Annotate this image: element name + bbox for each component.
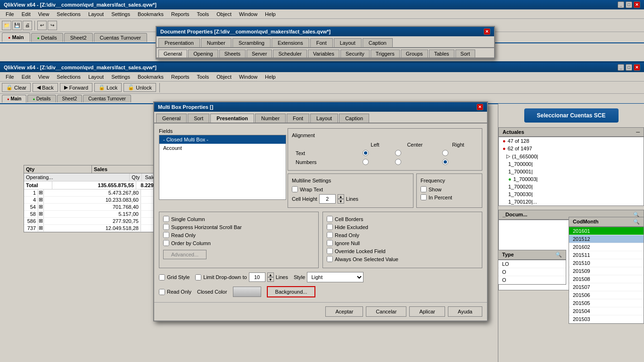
- doc-subtab-sheets[interactable]: Sheets: [219, 49, 246, 58]
- type-item-o2[interactable]: O: [498, 276, 566, 284]
- tab-cuentas[interactable]: Cuentas Turnover: [94, 33, 147, 42]
- always-one-cb[interactable]: [327, 256, 333, 262]
- menu-bookmarks-2[interactable]: Bookmarks: [134, 73, 167, 81]
- doc-subtab-tables[interactable]: Tables: [429, 49, 454, 58]
- lock-btn[interactable]: 🔒 Lock: [94, 83, 122, 92]
- codmonth-item-8[interactable]: 201506: [569, 291, 644, 299]
- forward-btn[interactable]: ▶ Forward: [60, 83, 92, 92]
- search-icon-type[interactable]: 🔍: [555, 252, 562, 258]
- doc-close-btn[interactable]: ✕: [484, 28, 490, 35]
- select-cuentas-btn[interactable]: Seleccionar Cuentas SCE: [524, 108, 619, 123]
- menu-tools[interactable]: Tools: [193, 10, 213, 18]
- tab-main[interactable]: ● Main: [2, 33, 30, 42]
- menu-edit-2[interactable]: Edit: [18, 73, 34, 81]
- ignore-null-cb[interactable]: [327, 240, 333, 246]
- radio-numbers-right[interactable]: [442, 159, 448, 165]
- background-btn[interactable]: Background...: [267, 286, 316, 297]
- menu-selections-2[interactable]: Selections: [53, 73, 84, 81]
- color-swatch[interactable]: [233, 287, 261, 297]
- td-text-left[interactable]: [359, 148, 392, 157]
- menu-object-2[interactable]: Object: [213, 73, 235, 81]
- radio-text-left[interactable]: [363, 150, 369, 156]
- minimize-btn[interactable]: _: [618, 1, 624, 8]
- minimize-btn-2[interactable]: _: [618, 64, 624, 71]
- tab-sheet2-2[interactable]: Sheet2: [57, 95, 83, 102]
- menu-layout[interactable]: Layout: [84, 10, 107, 18]
- menu-selections[interactable]: Selections: [53, 10, 84, 18]
- back-btn[interactable]: ◀ Back: [33, 83, 58, 92]
- menu-window[interactable]: Window: [235, 10, 261, 18]
- doc-tab-presentation[interactable]: Presentation: [158, 38, 200, 47]
- tab-main-2[interactable]: ● Main: [2, 95, 26, 103]
- cell-borders-cb[interactable]: [327, 216, 333, 222]
- codmonth-item-6[interactable]: 201508: [569, 275, 644, 283]
- close-btn[interactable]: ✕: [634, 1, 640, 8]
- cancel-btn[interactable]: Cancelar: [366, 306, 406, 317]
- menu-help-2[interactable]: Help: [261, 73, 280, 81]
- menu-bookmarks[interactable]: Bookmarks: [134, 10, 167, 18]
- doc-tab-caption[interactable]: Caption: [363, 38, 393, 47]
- doc-subtab-server[interactable]: Server: [247, 49, 272, 58]
- type-item-o1[interactable]: O: [498, 268, 566, 276]
- menu-view-2[interactable]: View: [34, 73, 53, 81]
- doc-tab-number[interactable]: Number: [201, 38, 231, 47]
- radio-numbers-center[interactable]: [395, 159, 401, 165]
- mb-tab-layout[interactable]: Layout: [310, 114, 338, 123]
- td-numbers-center[interactable]: [391, 157, 438, 166]
- override-locked-cb[interactable]: [327, 248, 333, 254]
- radio-text-right[interactable]: [442, 150, 448, 156]
- limit-dropdown-input[interactable]: [249, 272, 265, 282]
- doc-subtab-triggers[interactable]: Triggers: [371, 49, 400, 58]
- wrap-text-cb[interactable]: [292, 186, 298, 192]
- tab-details[interactable]: ● Details: [31, 33, 63, 42]
- field-item-closed[interactable]: - Closed Multi Box -: [159, 135, 286, 144]
- spin-down[interactable]: ▼: [338, 199, 344, 204]
- radio-numbers-left[interactable]: [363, 159, 369, 165]
- menu-settings-2[interactable]: Settings: [107, 73, 134, 81]
- field-item-account[interactable]: Account: [159, 144, 286, 152]
- style-select[interactable]: Light Classic Modern: [307, 272, 363, 282]
- in-percent-cb[interactable]: [421, 194, 427, 200]
- read-only-cb[interactable]: [163, 232, 169, 238]
- menu-help[interactable]: Help: [261, 10, 280, 18]
- mb-close-btn[interactable]: ✕: [477, 104, 483, 110]
- codmonth-item-3[interactable]: 201511: [569, 251, 644, 259]
- mb-tab-sort[interactable]: Sort: [188, 114, 209, 123]
- menu-file[interactable]: File: [2, 10, 18, 18]
- codmonth-item-0[interactable]: 201601: [569, 227, 644, 235]
- clear-btn[interactable]: 🔒 Clear: [2, 83, 31, 92]
- toolbar-icon-3[interactable]: 🖨: [23, 21, 32, 30]
- codmonth-item-7[interactable]: 201507: [569, 283, 644, 291]
- spin-up[interactable]: ▲: [338, 194, 344, 199]
- codmonth-item-9[interactable]: 201505: [569, 299, 644, 307]
- menu-reports-2[interactable]: Reports: [167, 73, 193, 81]
- codmonth-item-4[interactable]: 201510: [569, 259, 644, 267]
- restore-btn[interactable]: □: [626, 1, 632, 8]
- doc-subtab-security[interactable]: Security: [340, 49, 370, 58]
- td-numbers-right[interactable]: [438, 157, 478, 166]
- order-by-col-cb[interactable]: [163, 240, 169, 246]
- read-only-right-cb[interactable]: [327, 232, 333, 238]
- close-btn-2[interactable]: ✕: [634, 64, 640, 71]
- tab-cuentas-2[interactable]: Cuentas Turnover: [83, 95, 131, 102]
- doc-tab-extensions[interactable]: Extensions: [272, 38, 309, 47]
- limit-dropdown-cb[interactable]: [195, 274, 201, 280]
- limit-spin-down[interactable]: ▼: [267, 277, 274, 282]
- grid-style-cb[interactable]: [159, 274, 165, 280]
- doc-subtab-general[interactable]: General: [158, 49, 187, 58]
- codmonth-item-1[interactable]: 201512: [569, 235, 644, 243]
- doc-subtab-sort[interactable]: Sort: [455, 49, 475, 58]
- doc-tab-scrambling[interactable]: Scrambling: [232, 38, 271, 47]
- menu-view[interactable]: View: [34, 10, 53, 18]
- limit-spin-up[interactable]: ▲: [267, 272, 274, 277]
- doc-subtab-groups[interactable]: Groups: [401, 49, 428, 58]
- collapse-icon[interactable]: ─: [636, 129, 640, 135]
- menu-layout-2[interactable]: Layout: [84, 73, 107, 81]
- ok-btn[interactable]: Aceptar: [325, 306, 363, 317]
- advanced-btn[interactable]: Advanced...: [163, 250, 206, 259]
- toolbar-icon-2[interactable]: 💾: [12, 21, 22, 30]
- menu-tools-2[interactable]: Tools: [193, 73, 213, 81]
- mb-tab-caption[interactable]: Caption: [339, 114, 369, 123]
- tab-sheet2[interactable]: Sheet2: [64, 33, 93, 42]
- td-text-center[interactable]: [391, 148, 438, 157]
